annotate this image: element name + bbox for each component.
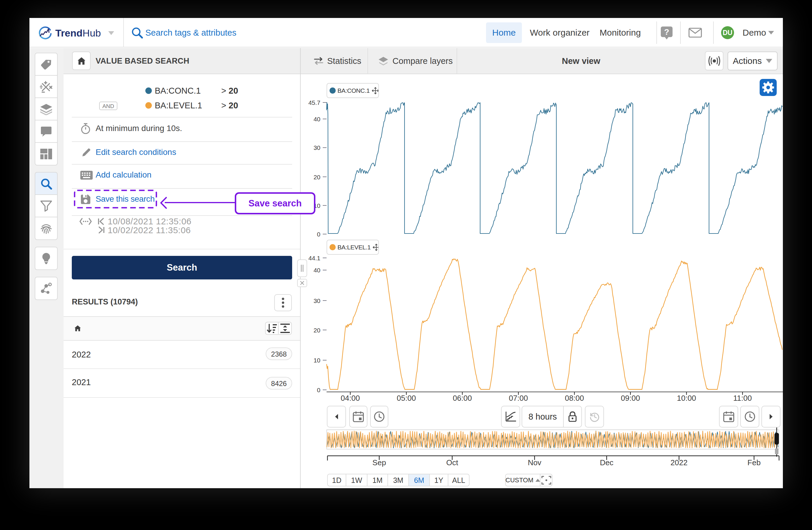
svg-text:20: 20: [314, 174, 320, 181]
svg-text:?: ?: [664, 27, 669, 37]
svg-text:Nov: Nov: [528, 458, 541, 467]
svg-text:10: 10: [314, 357, 320, 364]
svg-text:11:00: 11:00: [733, 394, 752, 403]
svg-text:10:00: 10:00: [677, 394, 696, 403]
svg-text:40: 40: [314, 116, 320, 123]
svg-text:45.7: 45.7: [308, 99, 320, 106]
svg-text:30: 30: [314, 297, 320, 304]
svg-text:2022: 2022: [670, 458, 687, 467]
svg-text:04:00: 04:00: [341, 394, 360, 403]
svg-text:0: 0: [317, 387, 320, 393]
svg-text:05:00: 05:00: [397, 394, 416, 403]
svg-text:Feb: Feb: [748, 458, 761, 467]
svg-text:Sep: Sep: [373, 458, 386, 467]
svg-text:Oct: Oct: [446, 458, 458, 467]
svg-text:08:00: 08:00: [565, 394, 584, 403]
svg-text:09:00: 09:00: [621, 394, 640, 403]
svg-text:06:00: 06:00: [453, 394, 472, 403]
svg-text:0: 0: [317, 231, 320, 238]
svg-text:40: 40: [314, 267, 320, 274]
svg-text:07:00: 07:00: [509, 394, 528, 403]
svg-text:30: 30: [314, 144, 320, 151]
svg-text:44.1: 44.1: [308, 255, 320, 262]
svg-text:Dec: Dec: [600, 458, 613, 467]
svg-text:20: 20: [314, 327, 320, 334]
